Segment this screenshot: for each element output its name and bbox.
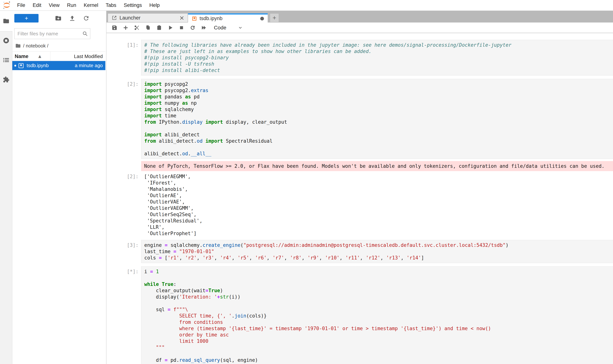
- notebook-toolbar: Code: [107, 23, 613, 33]
- launcher-icon: [112, 15, 117, 20]
- cut-cells-button[interactable]: [131, 23, 142, 32]
- interrupt-kernel-button[interactable]: [176, 23, 187, 32]
- cell-type-dropdown[interactable]: Code: [214, 25, 243, 31]
- filter-files-input[interactable]: [14, 31, 82, 37]
- cell-prompt: [3]:: [107, 240, 141, 263]
- fast-forward-icon: [201, 25, 207, 30]
- close-tab-icon[interactable]: ×: [179, 14, 184, 21]
- code-line: cols = ['r1', 'r2', 'r3', 'r4', 'r5', 'r…: [144, 255, 613, 261]
- code-line: import psycopg2: [144, 81, 613, 87]
- code-line: [144, 144, 613, 150]
- code-line: i = 1: [144, 268, 613, 275]
- file-list-header: Name ▲ Last Modified: [12, 52, 105, 61]
- notebook-file-icon: [18, 63, 24, 69]
- activity-bar: [0, 11, 12, 364]
- code-line: sql = f"""\: [144, 306, 613, 313]
- tab-launcher[interactable]: Launcher ×: [108, 13, 188, 22]
- new-launcher-button[interactable]: +: [14, 14, 39, 23]
- file-row-tsdb-ipynb[interactable]: tsdb.ipynb a minute ago: [12, 61, 105, 70]
- notebook-cell: [*]:i = 1 while True: clear_output(wait=…: [107, 266, 613, 364]
- stop-circle-icon: [3, 37, 10, 44]
- menu-help[interactable]: Help: [146, 0, 163, 10]
- refresh-button[interactable]: [83, 15, 90, 22]
- paste-icon: [156, 25, 162, 30]
- file-browser-panel: + / notebook / Name ▲ Last Modified tsdb…: [12, 11, 105, 364]
- code-cell-editor[interactable]: engine = sqlalchemy.create_engine("postg…: [141, 240, 613, 263]
- folder-icon: [3, 18, 10, 24]
- add-icon: [123, 25, 128, 30]
- cell-type-value: Code: [214, 25, 226, 31]
- code-line: # The following libraries have already b…: [144, 42, 613, 48]
- puzzle-icon: [3, 76, 10, 83]
- menu-kernel[interactable]: Kernel: [80, 0, 102, 10]
- tab-label: Launcher: [120, 15, 179, 21]
- paste-cells-button[interactable]: [154, 23, 165, 32]
- unsaved-indicator-icon[interactable]: [260, 17, 264, 20]
- code-line: clear_output(wait=True): [144, 287, 613, 294]
- notebook-cell: [3]:engine = sqlalchemy.create_engine("p…: [107, 240, 613, 263]
- menu-edit[interactable]: Edit: [29, 0, 45, 10]
- code-line: import pandas as pd: [144, 93, 613, 100]
- sidebar-tab-file-browser[interactable]: [0, 14, 12, 27]
- code-line: import time: [144, 113, 613, 119]
- code-line: order by time asc: [144, 332, 613, 338]
- menu-view[interactable]: View: [45, 0, 63, 10]
- new-tab-button[interactable]: +: [270, 13, 279, 22]
- save-icon: [112, 25, 117, 30]
- breadcrumb-path[interactable]: / notebook /: [23, 43, 48, 49]
- code-line: from alibi_detect.od import SpectralResi…: [144, 138, 613, 144]
- copy-cells-button[interactable]: [142, 23, 154, 32]
- menu-settings[interactable]: Settings: [120, 0, 146, 10]
- run-cell-button[interactable]: [165, 23, 176, 32]
- code-line: limit 1000: [144, 338, 613, 344]
- notebook-cell: [2]:import psycopg2import psycopg2.extra…: [107, 79, 613, 159]
- file-modified: a minute ago: [75, 63, 103, 68]
- unsaved-dot-icon: [14, 65, 16, 66]
- search-icon: [82, 31, 88, 37]
- tab-tsdb-notebook[interactable]: tsdb.ipynb: [188, 13, 268, 23]
- code-cell-editor[interactable]: # The following libraries have already b…: [141, 40, 613, 76]
- list-icon: [3, 57, 10, 64]
- notebook-cell: None of PyTorch, TensorFlow >= 2.0, or F…: [107, 161, 613, 171]
- home-folder-icon[interactable]: [15, 43, 21, 49]
- cell-prompt: [1]:: [107, 40, 141, 76]
- menu-run[interactable]: Run: [63, 0, 80, 10]
- code-line: import psycopg2.extras: [144, 87, 613, 93]
- breadcrumb: / notebook /: [15, 42, 48, 50]
- code-line: #!pip install -U tsfresh: [144, 61, 613, 67]
- code-line: from IPython.display import display, cle…: [144, 119, 613, 125]
- file-browser-toolbar: +: [12, 13, 105, 23]
- cut-icon: [134, 25, 140, 30]
- menu-file[interactable]: File: [14, 0, 29, 10]
- stderr-output: None of PyTorch, TensorFlow >= 2.0, or F…: [141, 161, 613, 171]
- sidebar-tab-extensions[interactable]: [0, 73, 12, 86]
- column-header-last-modified[interactable]: Last Modified: [74, 53, 103, 59]
- notebook-cell: [1]:# The following libraries have alrea…: [107, 40, 613, 76]
- code-cell-editor[interactable]: import psycopg2import psycopg2.extrasimp…: [141, 79, 613, 159]
- code-line: [144, 300, 613, 306]
- code-line: df = pd.read_sql_query(sql, engine): [144, 357, 613, 363]
- sidebar-tab-table-of-contents[interactable]: [0, 53, 12, 66]
- code-line: SELECT time, {', '.join(cols)}: [144, 313, 613, 319]
- tab-label: tsdb.ipynb: [200, 16, 260, 21]
- main-area: Launcher × tsdb.ipynb +: [106, 11, 613, 364]
- cell-prompt: [2]:: [107, 173, 141, 237]
- save-button[interactable]: [109, 23, 120, 32]
- sort-ascending-icon[interactable]: ▲: [38, 54, 41, 58]
- menu-tabs[interactable]: Tabs: [102, 0, 120, 10]
- code-line: #!pip install alibi-detect: [144, 67, 613, 74]
- column-header-name[interactable]: Name: [15, 53, 28, 59]
- upload-button[interactable]: [69, 15, 76, 22]
- code-line: from conditions: [144, 319, 613, 325]
- sidebar-tab-running-sessions[interactable]: [0, 34, 12, 47]
- notebook-cells[interactable]: [1]:# The following libraries have alrea…: [107, 33, 613, 364]
- code-line: """: [144, 344, 613, 351]
- code-cell-editor[interactable]: i = 1 while True: clear_output(wait=True…: [141, 266, 613, 364]
- restart-kernel-button[interactable]: [187, 23, 198, 32]
- code-line: last_time = "1970-01-01": [144, 248, 613, 255]
- restart-run-all-button[interactable]: [198, 23, 209, 32]
- code-line: import alibi_detect: [144, 131, 613, 138]
- run-icon: [167, 25, 173, 30]
- add-cell-button[interactable]: [120, 23, 131, 32]
- new-folder-button[interactable]: [55, 15, 62, 22]
